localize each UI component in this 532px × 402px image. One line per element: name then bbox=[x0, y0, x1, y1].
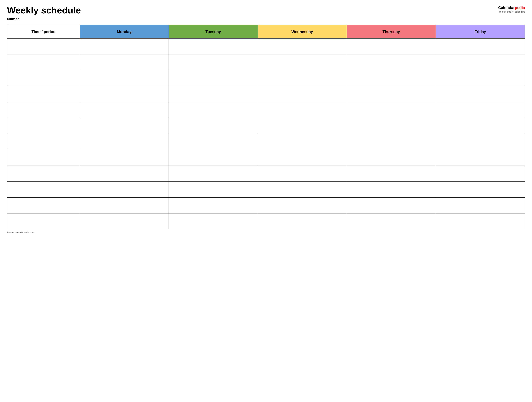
data-cell[interactable] bbox=[80, 150, 169, 166]
logo-pedia-text: pedia bbox=[515, 6, 525, 10]
logo-tagline: Your source for calendars bbox=[498, 10, 525, 13]
table-row bbox=[7, 54, 525, 70]
data-cell[interactable] bbox=[436, 86, 525, 102]
data-cell[interactable] bbox=[169, 166, 258, 182]
time-cell[interactable] bbox=[7, 38, 80, 54]
data-cell[interactable] bbox=[347, 102, 436, 118]
data-cell[interactable] bbox=[258, 86, 347, 102]
table-row bbox=[7, 182, 525, 197]
time-cell[interactable] bbox=[7, 134, 80, 150]
data-cell[interactable] bbox=[80, 197, 169, 213]
data-cell[interactable] bbox=[80, 54, 169, 70]
time-cell[interactable] bbox=[7, 166, 80, 182]
time-cell[interactable] bbox=[7, 213, 80, 229]
time-cell[interactable] bbox=[7, 70, 80, 86]
data-cell[interactable] bbox=[169, 38, 258, 54]
data-cell[interactable] bbox=[347, 70, 436, 86]
data-cell[interactable] bbox=[436, 197, 525, 213]
data-cell[interactable] bbox=[80, 70, 169, 86]
data-cell[interactable] bbox=[258, 118, 347, 134]
data-cell[interactable] bbox=[258, 54, 347, 70]
table-row bbox=[7, 197, 525, 213]
copyright-text: © www.calendarpedia.com bbox=[7, 231, 34, 234]
logo-area: Calendarpedia Your source for calendars bbox=[498, 5, 525, 13]
monday-header: Monday bbox=[80, 25, 169, 38]
data-cell[interactable] bbox=[347, 182, 436, 197]
data-cell[interactable] bbox=[436, 38, 525, 54]
data-cell[interactable] bbox=[436, 134, 525, 150]
data-cell[interactable] bbox=[258, 197, 347, 213]
data-cell[interactable] bbox=[347, 86, 436, 102]
page-title: Weekly schedule bbox=[7, 5, 498, 15]
data-cell[interactable] bbox=[258, 166, 347, 182]
data-cell[interactable] bbox=[169, 197, 258, 213]
data-cell[interactable] bbox=[347, 197, 436, 213]
friday-header: Friday bbox=[436, 25, 525, 38]
footer: © www.calendarpedia.com bbox=[7, 231, 525, 234]
data-cell[interactable] bbox=[347, 150, 436, 166]
data-cell[interactable] bbox=[258, 182, 347, 197]
data-cell[interactable] bbox=[169, 54, 258, 70]
data-cell[interactable] bbox=[80, 166, 169, 182]
data-cell[interactable] bbox=[436, 182, 525, 197]
data-cell[interactable] bbox=[436, 54, 525, 70]
name-label: Name: bbox=[7, 17, 498, 21]
data-cell[interactable] bbox=[347, 166, 436, 182]
time-cell[interactable] bbox=[7, 86, 80, 102]
data-cell[interactable] bbox=[80, 213, 169, 229]
data-cell[interactable] bbox=[80, 134, 169, 150]
data-cell[interactable] bbox=[169, 102, 258, 118]
table-row bbox=[7, 102, 525, 118]
table-row bbox=[7, 118, 525, 134]
time-cell[interactable] bbox=[7, 102, 80, 118]
time-cell[interactable] bbox=[7, 182, 80, 197]
logo-calendar-text: Calendar bbox=[498, 6, 515, 10]
header-section: Weekly schedule Name: Calendarpedia Your… bbox=[7, 5, 525, 21]
time-cell[interactable] bbox=[7, 54, 80, 70]
table-row bbox=[7, 38, 525, 54]
data-cell[interactable] bbox=[347, 213, 436, 229]
data-cell[interactable] bbox=[436, 118, 525, 134]
data-cell[interactable] bbox=[169, 118, 258, 134]
data-cell[interactable] bbox=[80, 118, 169, 134]
data-cell[interactable] bbox=[347, 54, 436, 70]
data-cell[interactable] bbox=[258, 38, 347, 54]
thursday-header: Thursday bbox=[347, 25, 436, 38]
data-cell[interactable] bbox=[347, 134, 436, 150]
data-cell[interactable] bbox=[258, 70, 347, 86]
data-cell[interactable] bbox=[80, 182, 169, 197]
data-cell[interactable] bbox=[258, 213, 347, 229]
data-cell[interactable] bbox=[169, 134, 258, 150]
data-cell[interactable] bbox=[258, 150, 347, 166]
schedule-table: Time / period Monday Tuesday Wednesday T… bbox=[7, 25, 525, 229]
table-row bbox=[7, 150, 525, 166]
data-cell[interactable] bbox=[436, 213, 525, 229]
header-row: Time / period Monday Tuesday Wednesday T… bbox=[7, 25, 525, 38]
data-cell[interactable] bbox=[347, 38, 436, 54]
table-row bbox=[7, 213, 525, 229]
data-cell[interactable] bbox=[436, 102, 525, 118]
data-cell[interactable] bbox=[436, 166, 525, 182]
data-cell[interactable] bbox=[169, 213, 258, 229]
data-cell[interactable] bbox=[169, 150, 258, 166]
table-row bbox=[7, 86, 525, 102]
time-cell[interactable] bbox=[7, 118, 80, 134]
table-body bbox=[7, 38, 525, 229]
data-cell[interactable] bbox=[169, 182, 258, 197]
wednesday-header: Wednesday bbox=[258, 25, 347, 38]
data-cell[interactable] bbox=[80, 102, 169, 118]
time-cell[interactable] bbox=[7, 197, 80, 213]
data-cell[interactable] bbox=[347, 118, 436, 134]
data-cell[interactable] bbox=[80, 86, 169, 102]
data-cell[interactable] bbox=[436, 150, 525, 166]
time-cell[interactable] bbox=[7, 150, 80, 166]
data-cell[interactable] bbox=[436, 70, 525, 86]
data-cell[interactable] bbox=[169, 86, 258, 102]
data-cell[interactable] bbox=[258, 134, 347, 150]
data-cell[interactable] bbox=[80, 38, 169, 54]
tuesday-header: Tuesday bbox=[169, 25, 258, 38]
table-row bbox=[7, 70, 525, 86]
table-row bbox=[7, 134, 525, 150]
data-cell[interactable] bbox=[169, 70, 258, 86]
data-cell[interactable] bbox=[258, 102, 347, 118]
